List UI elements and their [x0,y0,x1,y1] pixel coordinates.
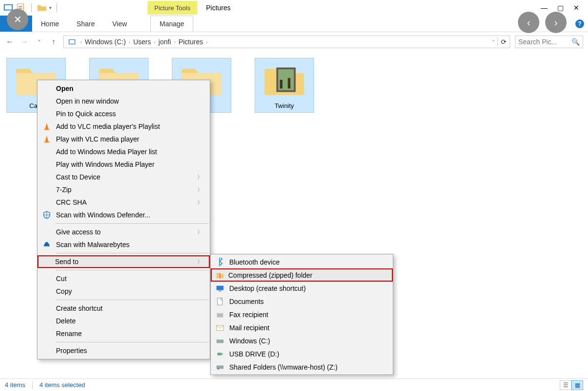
ctx-item-label: CRC SHA [56,198,87,206]
breadcrumb-0[interactable]: Windows (C:) [85,38,126,46]
ctx-item-label: Open [56,85,74,92]
view-mode-controls: ☰ ▦ [560,380,583,390]
new-folder-icon[interactable] [37,2,47,13]
sendto-item-label: Documents [229,298,264,305]
ctx-item-send-to[interactable]: Send to〉 [37,255,210,268]
ctx-item-delete[interactable]: Delete [38,315,209,327]
overlay-close-button[interactable]: ✕ [7,9,28,30]
ctx-item-cast-to-device[interactable]: Cast to Device〉 [38,171,209,183]
desktop-icon [216,284,224,293]
breadcrumb-sep-3[interactable]: › [174,39,175,45]
ctx-item-create-shortcut[interactable]: Create shortcut [38,302,209,315]
submenu-arrow-icon: 〉 [197,186,203,194]
window-title: Pictures [206,4,231,12]
ctx-item-add-to-vlc-media-player-s-playlist[interactable]: Add to VLC media player's Playlist [38,120,209,133]
svg-marker-11 [45,123,48,129]
status-items-count: 4 items [5,381,25,389]
ctx-item-label: Give access to [56,228,101,236]
view-tab[interactable]: View [104,16,136,32]
quick-access-toolbar: ▾ [0,2,60,13]
ctx-item-label: Rename [56,330,82,338]
svg-rect-28 [217,365,223,369]
sendto-item-label: Fax recipient [229,311,268,319]
addr-vsep [497,37,498,46]
breadcrumb-sep-4[interactable]: › [206,39,207,45]
refresh-button[interactable]: ⟳ [501,38,507,46]
home-tab[interactable]: Home [32,16,68,32]
ctx-item-copy[interactable]: Copy [38,285,209,298]
folder-item-3[interactable]: Twinity [255,58,313,112]
ctx-item-scan-with-windows-defender[interactable]: Scan with Windows Defender... [38,209,209,221]
address-bar[interactable]: › Windows (C:) › Users › jonfi › Picture… [63,36,510,48]
ctx-item-play-with-vlc-media-player[interactable]: Play with VLC media player [38,133,209,145]
location-icon [67,36,77,47]
svg-rect-3 [18,6,22,6]
up-button[interactable]: ↑ [49,37,58,47]
submenu-arrow-icon: 〉 [197,198,203,207]
view-largeicons-button[interactable]: ▦ [571,380,583,390]
defender-icon [42,211,51,219]
qa-customize-caret[interactable]: ▾ [49,5,52,10]
ctx-item-label: Properties [56,347,87,355]
ctx-item-add-to-windows-media-player-list[interactable]: Add to Windows Media Player list [38,145,209,158]
addr-dropdown-button[interactable]: ˅ [492,39,495,45]
breadcrumb-sep-2[interactable]: › [154,39,155,45]
minimize-button[interactable]: — [541,0,548,16]
context-menu: OpenOpen in new windowPin to Quick acces… [37,80,210,359]
breadcrumb-sep-1[interactable]: › [129,39,130,45]
share-tab[interactable]: Share [68,16,103,32]
qa-divider-2 [56,3,57,12]
breadcrumb-2[interactable]: jonfi [159,38,171,46]
manage-tab[interactable]: Manage [150,16,194,32]
documents-icon [216,297,224,306]
sendto-item-mail-recipient[interactable]: Mail recipient [212,321,392,334]
ctx-item-open-in-new-window[interactable]: Open in new window [38,95,209,107]
sendto-item-shared-folders-vmware-host-z[interactable]: Shared Folders (\\vmware-host) (Z:) [212,360,392,373]
ctx-item-open[interactable]: Open [38,82,209,95]
back-button[interactable]: ← [5,37,15,47]
svg-point-29 [218,368,220,370]
sendto-item-bluetooth-device[interactable]: Bluetooth device [212,255,392,268]
sendto-item-windows-c[interactable]: Windows (C:) [212,334,392,347]
sendto-item-documents[interactable]: Documents [212,295,392,308]
ctx-item-crc-sha[interactable]: CRC SHA〉 [38,196,209,209]
sendto-item-usb-drive-d[interactable]: USB DRIVE (D:) [212,347,392,360]
breadcrumb-sep-0[interactable]: › [80,39,82,45]
forward-button[interactable]: → [19,37,29,47]
ctx-item-give-access-to[interactable]: Give access to〉 [38,226,209,238]
breadcrumb-1[interactable]: Users [133,38,151,46]
svg-rect-14 [44,142,50,142]
ctx-item-pin-to-quick-access[interactable]: Pin to Quick access [38,107,209,120]
ctx-item-cut[interactable]: Cut [38,272,209,285]
sendto-item-desktop-create-shortcut[interactable]: Desktop (create shortcut) [212,282,392,295]
help-button[interactable]: ? [575,19,584,28]
usb-icon [216,350,224,358]
ctx-item-properties[interactable]: Properties [38,344,209,357]
folder-icon [262,60,306,99]
sendto-item-fax-recipient[interactable]: Fax recipient [212,308,392,321]
svg-rect-9 [280,80,282,89]
ctx-item-label: Add to VLC media player's Playlist [56,123,160,130]
search-input[interactable]: Search Pic... 🔍 [515,36,583,48]
breadcrumb-3[interactable]: Pictures [179,38,203,46]
overlay-prev-button[interactable]: ‹ [518,12,539,33]
sendto-item-compressed-zipped-folder[interactable]: Compressed (zipped) folder [211,268,393,282]
ctx-item-label: Send to [55,258,78,266]
svg-rect-26 [218,353,222,355]
close-window-button[interactable]: ✕ [573,0,579,16]
ctx-separator [56,253,209,253]
ctx-item-rename[interactable]: Rename [38,327,209,340]
ctx-separator [56,223,209,224]
overlay-next-button[interactable]: › [545,12,567,33]
ctx-item-scan-with-malwarebytes[interactable]: Scan with Malwarebytes [38,238,209,251]
recent-locations-button[interactable]: ˅ [34,37,44,47]
ctx-item-7-zip[interactable]: 7-Zip〉 [38,183,209,196]
svg-point-25 [222,341,223,342]
sendto-item-label: Shared Folders (\\vmware-host) (Z:) [229,363,338,371]
svg-rect-27 [222,353,223,355]
status-sep [32,381,33,389]
contextual-tab-picture-tools[interactable]: Picture Tools [147,1,197,15]
view-details-button[interactable]: ☰ [560,380,571,390]
ctx-item-play-with-windows-media-player[interactable]: Play with Windows Media Player [38,158,209,171]
sendto-item-label: Bluetooth device [229,258,280,266]
